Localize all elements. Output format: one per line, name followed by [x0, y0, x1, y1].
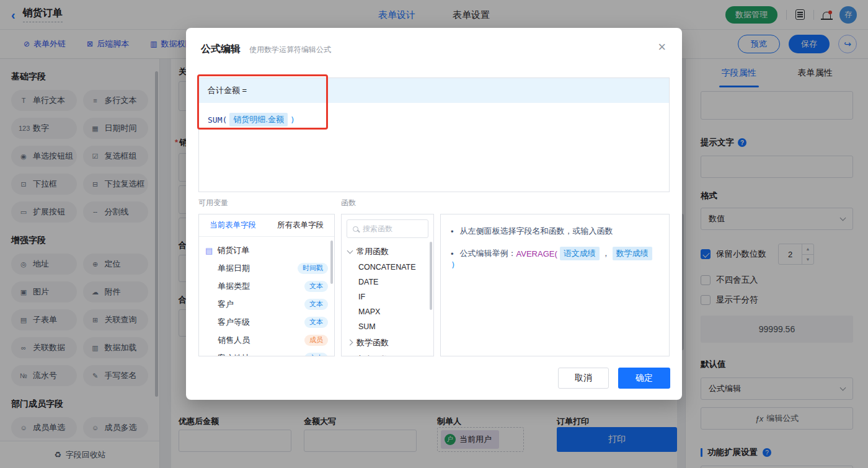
help-panel: 从左侧面板选择字段名和函数，或输入函数 公式编辑举例： AVERAGE( 语文成… — [440, 214, 670, 356]
functions-panel: 常用函数 CONCATENATE DATE IF MAPX SUM 数学函数 文… — [341, 214, 434, 356]
help-example-token: 数学成绩 — [613, 247, 652, 260]
variables-label: 可用变量 — [198, 198, 228, 208]
variable-name: 销售人员 — [218, 335, 250, 346]
help-example-function: AVERAGE( — [516, 249, 557, 258]
variable-name: 客户 — [218, 299, 234, 310]
functions-scrollbar[interactable] — [430, 242, 432, 310]
help-line-2: 公式编辑举例： AVERAGE( 语文成绩 ， 数学成绩 ) — [451, 247, 659, 270]
function-search-input[interactable] — [363, 224, 422, 233]
type-badge: 文本 — [304, 299, 328, 310]
tree-root-label: 销货订单 — [217, 245, 249, 256]
modal-header: 公式编辑 使用数学运算符编辑公式 — [186, 28, 682, 56]
function-group-text[interactable]: 文本函数 — [342, 351, 433, 356]
help-text: 从左侧面板选择字段名和函数，或输入函数 — [460, 226, 613, 237]
formula-lhs: 合计金额 = — [208, 85, 247, 96]
function-item[interactable]: DATE — [342, 275, 433, 289]
search-icon — [353, 226, 358, 232]
modal-subtitle: 使用数学运算符编辑公式 — [249, 45, 331, 55]
type-badge: 文本 — [304, 317, 328, 328]
variables-scrollbar[interactable] — [330, 241, 333, 284]
variables-tabs: 当前表单字段 所有表单字段 — [199, 214, 334, 237]
help-example-comma: ， — [602, 248, 610, 259]
type-badge: 时间戳 — [298, 263, 328, 274]
formula-field-token[interactable]: 销货明细.金额 — [229, 113, 288, 126]
formula-edit-modal: 公式编辑 使用数学运算符编辑公式 × 合计金额 = SUM( 销货明细.金额 )… — [186, 28, 682, 400]
variable-row[interactable]: 单据类型文本 — [205, 277, 328, 295]
variables-panel: 当前表单字段 所有表单字段 ▤ 销货订单 单据日期时间戳 单据类型文本 客户文本… — [198, 214, 335, 356]
type-badge: 文本 — [304, 353, 328, 357]
function-item[interactable]: IF — [342, 289, 433, 304]
chevron-right-icon — [347, 340, 353, 346]
document-icon: ▤ — [205, 246, 213, 255]
function-group-common[interactable]: 常用函数 — [342, 243, 433, 260]
help-example-prefix: 公式编辑举例： — [460, 248, 516, 259]
tree-root-form[interactable]: ▤ 销货订单 — [205, 242, 328, 259]
variable-row[interactable]: 单据日期时间戳 — [205, 259, 328, 277]
formula-paren: ) — [290, 115, 295, 125]
function-group-label: 常用函数 — [356, 246, 389, 257]
function-group-label: 数学函数 — [356, 337, 389, 348]
variable-name: 单据日期 — [218, 263, 250, 274]
confirm-button[interactable]: 确定 — [618, 368, 670, 389]
tab-current-form-fields[interactable]: 当前表单字段 — [199, 214, 267, 236]
function-item[interactable]: CONCATENATE — [342, 260, 433, 275]
variable-name: 单据类型 — [218, 281, 250, 292]
help-example-paren: ) — [451, 260, 456, 270]
cancel-button[interactable]: 取消 — [558, 368, 609, 389]
tab-all-form-fields[interactable]: 所有表单字段 — [267, 214, 334, 236]
help-line-1: 从左侧面板选择字段名和函数，或输入函数 — [451, 226, 659, 237]
variable-row[interactable]: 客户等级文本 — [205, 313, 328, 331]
function-group-label: 文本函数 — [356, 354, 389, 357]
formula-function: SUM( — [208, 115, 227, 125]
function-group-math[interactable]: 数学函数 — [342, 334, 433, 351]
variable-row[interactable]: 客户地址文本 — [205, 349, 328, 356]
variables-tree: ▤ 销货订单 单据日期时间戳 单据类型文本 客户文本 客户等级文本 销售人员成员… — [199, 237, 334, 356]
function-search[interactable] — [347, 219, 428, 238]
variable-row[interactable]: 客户文本 — [205, 295, 328, 313]
variable-name: 客户等级 — [218, 317, 250, 328]
variable-row[interactable]: 销售人员成员 — [205, 331, 328, 349]
formula-expression[interactable]: SUM( 销货明细.金额 ) — [199, 103, 669, 136]
help-example-token: 语文成绩 — [560, 247, 600, 260]
formula-editor[interactable]: 合计金额 = SUM( 销货明细.金额 ) — [198, 77, 670, 192]
variable-name: 客户地址 — [218, 353, 250, 357]
functions-label: 函数 — [341, 198, 356, 208]
function-item[interactable]: MAPX — [342, 304, 433, 319]
type-badge: 文本 — [304, 281, 328, 292]
close-icon[interactable]: × — [658, 40, 666, 54]
chevron-down-icon — [347, 247, 353, 254]
modal-title: 公式编辑 — [201, 43, 241, 56]
function-item[interactable]: SUM — [342, 319, 433, 334]
formula-target: 合计金额 = — [199, 78, 669, 103]
type-badge: 成员 — [304, 335, 328, 346]
